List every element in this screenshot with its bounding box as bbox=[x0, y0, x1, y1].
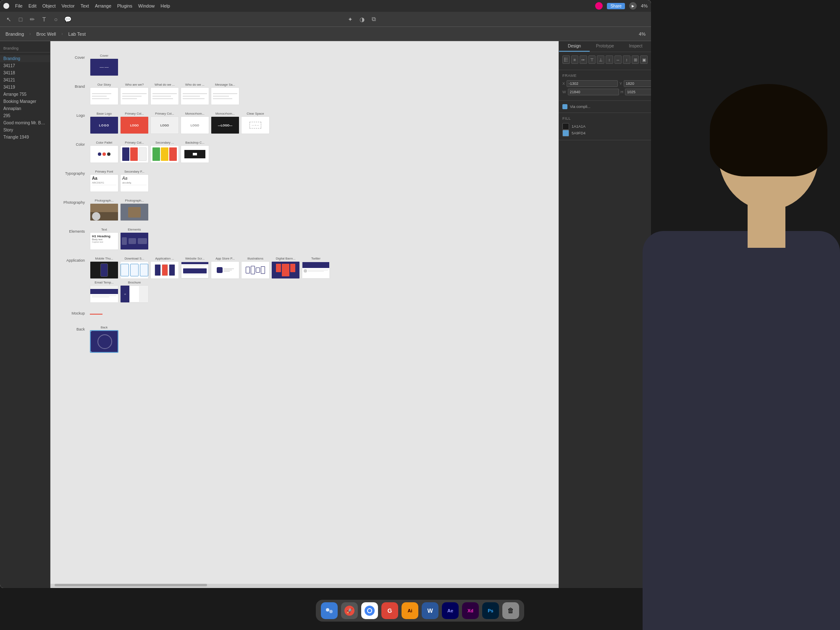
sidebar-item-34118[interactable]: 34118 bbox=[0, 69, 50, 76]
sidebar-item-annaplan[interactable]: Annaplan bbox=[0, 105, 50, 112]
who-are-we-card[interactable] bbox=[120, 87, 149, 105]
menu-vector[interactable]: Vector bbox=[62, 3, 75, 8]
comment-tool[interactable]: 💬 bbox=[63, 15, 72, 24]
text-frame-card[interactable]: H1 Heading Body text Caption text bbox=[90, 232, 118, 250]
download-card[interactable] bbox=[120, 261, 149, 279]
secondary-font-card[interactable]: Aa abcdefg bbox=[120, 174, 149, 192]
brochure-card[interactable]: UI bbox=[120, 285, 149, 303]
dock-chrome[interactable] bbox=[361, 602, 378, 619]
breadcrumb-sub[interactable]: Broc Well bbox=[34, 31, 58, 37]
sidebar-item-goodmorning[interactable]: Good morning Mr. Boldsa... bbox=[0, 119, 50, 126]
dock-word[interactable]: W bbox=[422, 602, 438, 619]
sidebar-item-story[interactable]: Story bbox=[0, 126, 50, 134]
sidebar-item-34117[interactable]: 34117 bbox=[0, 62, 50, 69]
app-store-card[interactable] bbox=[211, 261, 239, 279]
menu-window[interactable]: Window bbox=[138, 3, 155, 8]
secondary-col-preview bbox=[151, 146, 178, 163]
dock-finder[interactable] bbox=[321, 602, 338, 619]
primary-font-card[interactable]: Aa ABCDEFG bbox=[90, 174, 118, 192]
move-tool[interactable]: ↖ bbox=[4, 15, 13, 24]
clear-space-card[interactable]: — • — bbox=[241, 116, 270, 134]
h-scrollbar-thumb[interactable] bbox=[55, 584, 207, 586]
primary-col-red-card[interactable]: LOGO bbox=[120, 116, 149, 134]
w-input[interactable] bbox=[568, 89, 619, 95]
align-left-btn[interactable]: ⬱ bbox=[562, 55, 570, 64]
elements2-card[interactable] bbox=[120, 232, 149, 250]
align-center-btn[interactable]: ≡ bbox=[571, 55, 579, 64]
primary-col-white-card[interactable]: LOGO bbox=[150, 116, 179, 134]
fill-swatch-dark[interactable] bbox=[562, 123, 569, 130]
menu-help[interactable]: Help bbox=[160, 3, 170, 8]
primary-col-bars-card[interactable] bbox=[120, 145, 149, 163]
x-input[interactable] bbox=[567, 80, 618, 87]
back-frame-card[interactable]: 1920 × 1080 bbox=[90, 330, 118, 353]
play-button[interactable]: ▶ bbox=[629, 2, 637, 10]
stack-btn[interactable]: ⊞ bbox=[632, 55, 639, 64]
photo2-card[interactable] bbox=[120, 203, 149, 221]
monocrhom-dark-card[interactable]: —LOGO— bbox=[211, 116, 239, 134]
dock-ps[interactable]: Ps bbox=[482, 602, 499, 619]
y-input[interactable] bbox=[624, 80, 651, 87]
base-logo-card[interactable]: LOGO bbox=[90, 116, 118, 134]
who-do-we-card[interactable] bbox=[181, 87, 209, 105]
cover-frame-card[interactable]: —— —— bbox=[90, 58, 118, 76]
layout-icon[interactable]: ⧉ bbox=[369, 15, 378, 24]
mobile-thu-card[interactable] bbox=[90, 261, 118, 279]
what-do-we-card[interactable] bbox=[150, 87, 179, 105]
sidebar-item-booking[interactable]: Booking Manager bbox=[0, 98, 50, 105]
email-card[interactable] bbox=[90, 285, 118, 303]
sidebar-item-34119[interactable]: 34119 bbox=[0, 84, 50, 91]
backdrop-card[interactable] bbox=[181, 145, 209, 163]
dock-trash[interactable]: 🗑 bbox=[502, 602, 519, 619]
website-scr-card[interactable] bbox=[181, 261, 209, 279]
dock-google[interactable]: G bbox=[381, 602, 398, 619]
menu-edit[interactable]: Edit bbox=[29, 3, 37, 8]
monocrhom-light-card[interactable]: LOGO bbox=[181, 116, 209, 134]
dist-h-btn[interactable]: ↔ bbox=[614, 55, 622, 64]
digital-banner-card[interactable] bbox=[271, 261, 300, 279]
align-bottom-btn[interactable]: ↕ bbox=[606, 55, 613, 64]
menu-object[interactable]: Object bbox=[42, 3, 56, 8]
tab-design[interactable]: Design bbox=[559, 41, 590, 52]
message-sa-card[interactable] bbox=[211, 87, 239, 105]
dock-xd[interactable]: Xd bbox=[462, 602, 479, 619]
group-btn[interactable]: ▣ bbox=[640, 55, 648, 64]
tab-prototype[interactable]: Prototype bbox=[590, 41, 620, 52]
breadcrumb-branding[interactable]: Branding bbox=[3, 31, 26, 37]
contrast-icon[interactable]: ◑ bbox=[357, 15, 367, 24]
menu-file[interactable]: File bbox=[15, 3, 23, 8]
menu-arrange[interactable]: Arrange bbox=[95, 3, 111, 8]
menu-text[interactable]: Text bbox=[81, 3, 89, 8]
h-input[interactable] bbox=[625, 89, 651, 95]
rect-tool[interactable]: □ bbox=[16, 15, 25, 24]
align-right-btn[interactable]: ⬰ bbox=[580, 55, 587, 64]
circle-tool[interactable]: ○ bbox=[51, 15, 60, 24]
share-button[interactable]: Share bbox=[607, 3, 625, 9]
sidebar-item-triangle[interactable]: Triangle 1949 bbox=[0, 134, 50, 141]
text-tool[interactable]: T bbox=[39, 15, 49, 24]
sidebar-item-295[interactable]: 295 bbox=[0, 112, 50, 119]
dock-launchpad[interactable]: 🚀 bbox=[341, 602, 358, 619]
menu-plugins[interactable]: Plugins bbox=[117, 3, 132, 8]
dist-v-btn[interactable]: ↕ bbox=[623, 55, 630, 64]
sidebar-item-branding[interactable]: Branding bbox=[0, 55, 50, 62]
tab-inspect[interactable]: Inspect bbox=[620, 41, 651, 52]
breadcrumb-tab[interactable]: Lab Test bbox=[66, 31, 88, 37]
photo1-card[interactable] bbox=[90, 203, 118, 221]
color-pallet-card[interactable] bbox=[90, 145, 118, 163]
align-top-btn[interactable]: ⊤ bbox=[588, 55, 596, 64]
sidebar-item-34121[interactable]: 34121 bbox=[0, 76, 50, 84]
h-scrollbar[interactable] bbox=[50, 584, 559, 588]
dock-ae[interactable]: Ae bbox=[442, 602, 459, 619]
our-story-card[interactable] bbox=[90, 87, 118, 105]
sidebar-item-arrange755[interactable]: Arrange 755 bbox=[0, 91, 50, 98]
grid-icon[interactable]: ✦ bbox=[346, 15, 355, 24]
illustrations-card[interactable] bbox=[241, 261, 270, 279]
secondary-col-card[interactable] bbox=[150, 145, 179, 163]
pen-tool[interactable]: ✏ bbox=[28, 15, 37, 24]
fill-swatch-blue[interactable] bbox=[562, 130, 569, 136]
application3-card[interactable] bbox=[150, 261, 179, 279]
twitter-card[interactable] bbox=[302, 261, 330, 279]
align-middle-btn[interactable]: ⊥ bbox=[597, 55, 604, 64]
dock-ai[interactable]: Ai bbox=[402, 602, 418, 619]
